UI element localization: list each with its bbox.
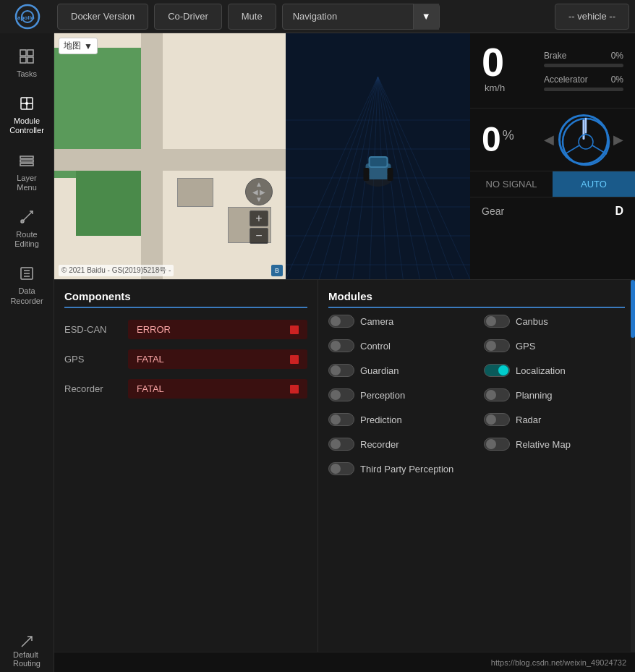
sidebar-item-module-controller-label: ModuleController bbox=[9, 116, 44, 135]
modules-title: Modules bbox=[328, 290, 625, 308]
accel-label: Accelerator bbox=[544, 75, 588, 85]
sidebar-item-data-recorder[interactable]: DataRecorder bbox=[0, 256, 54, 312]
sidebar-item-default-routing[interactable]: DefaultRouting bbox=[0, 629, 54, 672]
svg-rect-11 bbox=[20, 156, 33, 158]
component-status-gps: FATAL bbox=[128, 349, 307, 369]
gps-toggle[interactable] bbox=[484, 339, 510, 352]
steering-wheel bbox=[558, 114, 609, 165]
gear-value: D bbox=[615, 205, 623, 218]
map-panel[interactable]: 地图 ▼ ▲ ◀ ▶ ▼ + − © 2021 Baidu - GS(2019)… bbox=[54, 33, 286, 279]
component-status-esd-can: ERROR bbox=[128, 320, 307, 339]
svg-rect-3 bbox=[20, 50, 26, 56]
relative-map-label: Relative Map bbox=[516, 439, 571, 450]
tasks-icon bbox=[17, 46, 37, 67]
control-toggle[interactable] bbox=[328, 339, 354, 352]
sidebar-item-route-editing[interactable]: RouteEditing bbox=[0, 200, 54, 256]
component-name: Recorder bbox=[64, 383, 122, 394]
svg-line-49 bbox=[592, 145, 607, 154]
planning-label: Planning bbox=[516, 390, 553, 401]
svg-line-48 bbox=[565, 145, 579, 154]
recorder-toggle[interactable] bbox=[328, 438, 354, 451]
components-title: Components bbox=[64, 290, 307, 308]
svg-rect-4 bbox=[27, 50, 33, 56]
3d-view: ⚠ Planning triggers safe mode: bbox=[286, 33, 470, 279]
navigation-dropdown[interactable]: Navigation ▼ bbox=[282, 4, 440, 30]
no-signal-button[interactable]: NO SIGNAL bbox=[470, 171, 553, 197]
map-zoom-in-button[interactable]: + bbox=[250, 210, 268, 226]
docker-version-button[interactable]: Docker Version bbox=[57, 4, 148, 30]
svg-rect-12 bbox=[20, 160, 33, 162]
module-row-radar: Radar bbox=[484, 409, 625, 430]
table-row: GPS FATAL bbox=[64, 348, 307, 370]
sidebar: Tasks ModuleController Laye bbox=[0, 33, 54, 672]
prediction-label: Prediction bbox=[360, 414, 402, 425]
svg-point-46 bbox=[579, 135, 593, 149]
module-row-canbus: Canbus bbox=[484, 311, 625, 331]
relative-map-toggle[interactable] bbox=[484, 438, 510, 451]
accel-pct: 0% bbox=[611, 75, 623, 85]
route-editing-icon bbox=[17, 207, 37, 227]
co-driver-button[interactable]: Co-Driver bbox=[154, 4, 222, 30]
perception-toggle[interactable] bbox=[328, 388, 354, 401]
sidebar-item-layer-menu-label: LayerMenu bbox=[17, 174, 37, 192]
vehicle-button[interactable]: -- vehicle -- bbox=[555, 4, 629, 30]
third-party-toggle[interactable] bbox=[328, 462, 354, 475]
radar-toggle[interactable] bbox=[484, 413, 510, 426]
canbus-label: Canbus bbox=[516, 316, 548, 327]
svg-rect-44 bbox=[387, 174, 393, 181]
sidebar-item-module-controller[interactable]: ModuleController bbox=[0, 86, 54, 143]
statusbar: https://blog.csdn.net/weixin_49024732 bbox=[54, 652, 635, 672]
sidebar-item-layer-menu[interactable]: LayerMenu bbox=[0, 143, 54, 200]
localization-toggle[interactable] bbox=[484, 364, 510, 377]
map-zoom-out-button[interactable]: − bbox=[250, 228, 268, 244]
scrollbar-thumb[interactable] bbox=[631, 280, 635, 338]
mute-button[interactable]: Mute bbox=[228, 4, 276, 30]
gear-label: Gear bbox=[482, 205, 504, 217]
sidebar-item-tasks-label: Tasks bbox=[17, 69, 37, 79]
module-controller-icon bbox=[17, 93, 37, 114]
component-name: GPS bbox=[64, 354, 122, 365]
car-sprite bbox=[358, 142, 398, 192]
fatal-dot-2 bbox=[290, 385, 299, 394]
svg-text:apollo: apollo bbox=[17, 14, 35, 21]
svg-point-10 bbox=[25, 102, 28, 105]
steer-right-button[interactable]: ▶ bbox=[613, 132, 623, 148]
sidebar-item-tasks[interactable]: Tasks bbox=[0, 39, 54, 86]
steering-value: 0 bbox=[482, 122, 501, 157]
scrollbar-track[interactable] bbox=[631, 280, 635, 652]
prediction-toggle[interactable] bbox=[328, 413, 354, 426]
module-row-localization: Localization bbox=[484, 360, 625, 380]
svg-rect-40 bbox=[370, 158, 386, 166]
gps-label: GPS bbox=[516, 341, 535, 352]
auto-button[interactable]: AUTO bbox=[553, 171, 635, 197]
module-row-planning: Planning bbox=[484, 385, 625, 405]
recorder-label: Recorder bbox=[360, 439, 399, 450]
map-baidu-icon: B bbox=[271, 265, 283, 276]
map-pan-control[interactable]: ▲ ◀ ▶ ▼ bbox=[245, 178, 273, 205]
speed-unit: km/h bbox=[485, 82, 505, 93]
planning-toggle[interactable] bbox=[484, 388, 510, 401]
data-recorder-icon bbox=[17, 263, 37, 284]
canbus-toggle[interactable] bbox=[484, 315, 510, 328]
sidebar-item-default-routing-label: DefaultRouting bbox=[13, 650, 41, 668]
table-row: Recorder FATAL bbox=[64, 378, 307, 400]
radar-label: Radar bbox=[516, 414, 541, 425]
guardian-toggle[interactable] bbox=[328, 364, 354, 377]
third-party-label: Third Party Perception bbox=[360, 464, 453, 475]
module-row-gps: GPS bbox=[484, 336, 625, 356]
brake-label: Brake bbox=[544, 51, 566, 61]
status-url: https://blog.csdn.net/weixin_49024732 bbox=[491, 658, 626, 667]
module-row-perception: Perception bbox=[328, 385, 469, 405]
navigation-dropdown-arrow[interactable]: ▼ bbox=[413, 4, 439, 30]
module-row-recorder: Recorder bbox=[328, 434, 469, 454]
module-row-relative-map: Relative Map bbox=[484, 434, 625, 454]
error-dot bbox=[290, 326, 299, 334]
module-row-prediction: Prediction bbox=[328, 409, 469, 430]
camera-toggle[interactable] bbox=[328, 315, 354, 328]
module-row-third-party: Third Party Perception bbox=[328, 459, 469, 479]
layer-menu-icon bbox=[17, 150, 37, 171]
steer-left-button[interactable]: ◀ bbox=[544, 132, 554, 148]
table-row: ESD-CAN ERROR bbox=[64, 318, 307, 341]
map-type-dropdown[interactable]: 地图 ▼ bbox=[59, 38, 98, 54]
steering-pct-sign: % bbox=[503, 128, 514, 143]
